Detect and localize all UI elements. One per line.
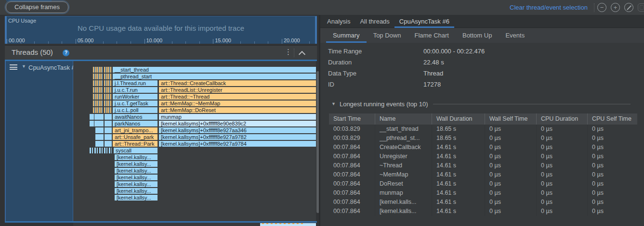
help-icon[interactable]: ? [63,50,69,56]
event-strip[interactable] [104,67,112,73]
flame-bar[interactable]: [kernel.kallsyms]+0xffffff8e90e839c2 [159,121,316,126]
flame-bar[interactable]: art::ThreadList::Unregister [159,87,316,93]
next-thread-events-strip[interactable] [260,223,316,226]
table-header-cell[interactable]: Wall Duration [432,113,485,125]
event-strip[interactable] [104,100,112,106]
table-row[interactable]: 00:07.864CreateCallback14.61 s0 µs0 µs0 … [329,143,637,152]
flame-bar[interactable]: [kernel.kallsy... [115,195,158,201]
table-row[interactable]: 00:07.864munmap14.61 s0 µs0 µs0 µs [329,188,637,198]
flame-bar[interactable]: art::Thread::Park [113,141,158,147]
thread-list-item[interactable]: ▼ CpuAsyncTask #6 [5,61,73,221]
event-strip[interactable] [93,80,103,86]
flame-bar[interactable]: j.u.c.T.getTask [113,100,158,106]
flame-bar[interactable] [95,127,104,133]
flame-bar[interactable]: [kernel.kallsy... [115,154,158,160]
table-header-cell[interactable]: Wall Self Time [485,113,536,125]
flame-bar[interactable]: runWorker [113,94,158,100]
flame-bar[interactable]: j.u.c.T.run [113,87,158,93]
flame-bar[interactable]: j.l.Thread.run [113,80,158,86]
table-row[interactable]: 00:07.864Unregister14.61 s0 µs0 µs0 µs [329,152,637,161]
drag-handle-icon[interactable] [10,64,17,71]
expand-triangle-icon[interactable]: ▼ [22,64,26,69]
event-strip[interactable] [93,107,103,113]
flame-bar[interactable]: art::Unsafe_park [113,134,158,140]
event-strip[interactable] [93,87,103,93]
flame-bar[interactable]: [kernel.kallsy... [115,188,158,194]
flame-bar[interactable]: [kernel.kallsy... [115,168,158,174]
flame-bar[interactable]: munmap [159,114,316,120]
flame-bar[interactable] [94,114,104,120]
flame-bar[interactable]: [kernel.kallsy... [115,181,158,187]
table-header-cell[interactable]: Start Time [329,113,375,125]
kebab-menu-icon[interactable]: ⋮ [285,48,292,56]
flame-bar[interactable]: art::Thread::~Thread [159,94,316,100]
table-row[interactable]: 00:03.829__start_thread18.65 s0 µs0 µs0 … [329,125,637,134]
collapse-panel-icon[interactable] [299,51,305,58]
clear-selection-link[interactable]: Clear thread/event selection [510,4,588,11]
flame-bar[interactable] [105,141,112,147]
flame-bar[interactable]: [kernel.kallsy... [115,175,158,180]
flame-chart[interactable]: __start_thread__pthread_startj.l.Thread.… [73,61,316,221]
flame-bar[interactable]: awaitNanos [113,114,158,120]
flame-bar[interactable]: [kernel.kallsyms]+0xffffff8e927a9784 [159,141,316,147]
event-strip[interactable] [93,74,103,79]
event-strip[interactable] [93,100,103,106]
table-row[interactable]: 00:03.829__pthread_st...18.65 s0 µs0 µs0… [329,134,637,143]
flame-bar[interactable] [105,121,112,126]
event-strip[interactable] [93,67,103,73]
subtab-bottom-up[interactable]: Bottom Up [456,28,499,43]
event-strip[interactable] [104,87,112,93]
flame-bar[interactable] [90,114,94,120]
table-cell: 00:07.864 [329,188,375,198]
flame-bar[interactable] [90,121,94,126]
collapse-frames-button[interactable]: Collapse frames [6,1,68,13]
flame-bar[interactable] [105,114,112,120]
flame-bar[interactable] [94,121,104,126]
flame-bar[interactable]: art::MemMap::~MemMap [159,100,316,106]
flame-bar[interactable]: art_jni_trampo... [113,127,158,133]
event-strip[interactable] [90,148,112,153]
table-row[interactable]: 00:07.864DoReset14.61 s0 µs0 µs0 µs [329,179,637,188]
zoom-to-selection-icon[interactable] [638,3,644,12]
table-row[interactable]: 00:07.864[kernel.kalls...14.61 s0 µs0 µs… [329,207,637,216]
cpu-usage-panel[interactable]: CPU Usage No CPU usage data available fo… [5,16,317,44]
flame-bar[interactable] [105,127,112,133]
tab-analysis[interactable]: Analysis [322,15,355,28]
table-header-cell[interactable]: Name [375,113,432,125]
subtab-top-down[interactable]: Top Down [367,28,408,43]
subtab-summary[interactable]: Summary [326,28,367,43]
event-strip[interactable] [104,94,112,100]
zoom-out-icon[interactable]: − [597,3,606,12]
reset-zoom-icon[interactable] [624,3,633,12]
event-strip[interactable] [104,80,112,86]
table-row[interactable]: 00:07.864~MemMap14.61 s0 µs0 µs0 µs [329,170,637,179]
zoom-in-icon[interactable]: + [611,3,620,12]
flame-bar[interactable]: [kernel.kallsyms]+0xffffff8e927aa346 [159,127,316,133]
table-row[interactable]: 00:07.864~Thread14.61 s0 µs0 µs0 µs [329,161,637,170]
flame-bar[interactable]: art::Thread::CreateCallback [159,80,316,86]
subtab-events[interactable]: Events [499,28,531,43]
axis-label: 20.000 [284,38,300,43]
flame-bar[interactable]: __start_thread [113,67,316,73]
flame-bar[interactable] [105,134,112,140]
flame-bar[interactable]: [kernel.kallsyms]+0xffffff8e927a9782 [159,134,316,140]
table-cell: 0 µs [536,198,587,207]
tab-all-threads[interactable]: All threads [355,15,394,28]
section-collapse-triangle-icon[interactable]: ▼ [331,101,336,106]
tab-cpuasynctask-6[interactable]: CpuAsyncTask #6 [394,15,454,28]
flame-bar[interactable]: syscall [114,148,158,153]
table-header-cell[interactable]: CPU Self Time [587,113,637,125]
flame-bar[interactable]: [kernel.kallsy... [115,161,158,167]
flame-bar[interactable]: __pthread_start [113,74,316,79]
subtab-flame-chart[interactable]: Flame Chart [407,28,456,43]
event-strip[interactable] [104,74,112,79]
flame-bar[interactable]: j.u.c.L.poll [113,107,158,113]
event-strip[interactable] [93,94,103,100]
event-strip[interactable] [104,107,112,113]
flame-bar[interactable] [95,141,104,147]
table-header-cell[interactable]: CPU Duration [536,113,587,125]
flame-bar[interactable]: parkNanos [113,121,158,126]
flame-bar[interactable]: art::MemMap::DoReset [159,107,316,113]
flame-bar[interactable] [95,134,104,140]
table-row[interactable]: 00:07.864[kernel.kalls...14.61 s0 µs0 µs… [329,198,637,207]
